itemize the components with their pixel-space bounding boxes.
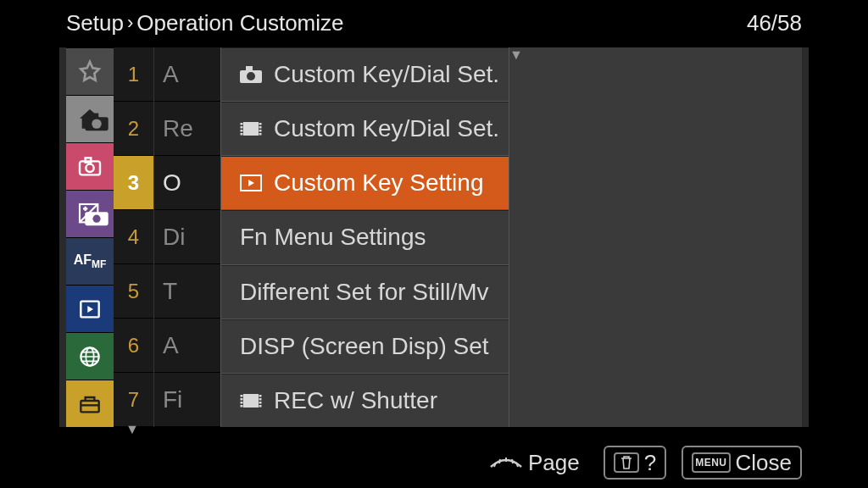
svg-rect-24 [259,126,262,129]
svg-rect-5 [86,158,92,162]
sub-page-index: 1 2 3 4 5 6 7 [114,47,154,427]
nav-more-down-icon: ▼ [125,422,139,437]
sub-index-2[interactable]: 2 [114,102,153,156]
svg-rect-12 [81,401,98,412]
menu-item-label: REC w/ Shutter [274,387,437,414]
header: Setup › Operation Customize 46/58 [66,7,802,39]
menu-item-label: Custom Key/Dial Set. [274,115,499,142]
svg-rect-26 [259,133,262,136]
menu-item-label: Custom Key Setting [274,169,483,197]
svg-rect-1 [91,114,98,119]
camera-badge-icon [83,204,110,234]
svg-point-8 [92,215,100,223]
page-counter: 46/58 [747,10,802,36]
playback-icon [76,296,103,323]
sub-page-labels: A Re O Di T A Fi [154,47,220,427]
svg-rect-32 [241,398,243,401]
wheel-icon [489,450,523,476]
svg-rect-19 [241,123,243,125]
chevron-right-icon: › [127,12,133,34]
sidebar: AFMF [66,47,114,427]
af-mf-icon: AFMF [74,252,107,270]
sub-index-6[interactable]: 6 [114,319,153,373]
svg-rect-36 [259,398,262,401]
menu-key-icon: MENU [692,452,730,473]
svg-rect-31 [241,395,243,397]
svg-point-2 [92,119,101,128]
sidebar-tab-network[interactable] [66,332,114,380]
footer: Page ? MENU Close [66,442,802,483]
movie-icon [236,392,265,409]
sidebar-tab-shooting[interactable] [66,142,114,190]
star-icon [76,58,103,86]
sub-label: O [154,156,220,210]
svg-rect-33 [241,402,243,404]
sub-label: Fi [154,373,220,427]
sub-index-7[interactable]: 7 [114,373,153,427]
sub-index-3[interactable]: 3 [114,156,153,210]
toolbox-icon [76,391,103,418]
sidebar-tab-setup[interactable] [66,380,114,427]
playback-icon [236,174,265,192]
breadcrumb-root: Setup [66,10,124,36]
menu-item-label: Different Set for Still/Mv [240,279,489,306]
page-hint: Page [489,450,580,476]
svg-rect-35 [259,395,262,397]
svg-rect-20 [241,126,243,129]
svg-rect-14 [246,66,253,71]
sub-label: Re [154,102,220,156]
svg-rect-34 [241,405,243,408]
svg-rect-37 [259,402,262,404]
sub-label: T [154,264,220,319]
sidebar-tab-favorite[interactable] [66,47,114,95]
svg-point-15 [247,72,255,80]
sidebar-tab-focus[interactable]: AFMF [66,237,114,285]
svg-rect-38 [259,405,262,408]
sidebar-tab-main[interactable] [66,95,114,142]
svg-point-4 [86,164,93,171]
frame-edge-right [802,47,809,427]
movie-icon [236,120,265,137]
sub-index-4[interactable]: 4 [114,210,153,264]
svg-rect-22 [241,133,243,136]
help-label: ? [644,450,656,476]
sub-label: A [154,47,220,102]
camera-icon [76,153,103,180]
close-label: Close [736,450,792,476]
sub-label: A [154,319,220,373]
globe-icon [76,343,103,370]
nav-more-down-icon: ▼ [509,47,802,427]
page-label: Page [528,450,580,476]
sub-index-5[interactable]: 5 [114,264,153,319]
frame-edge-left [59,47,66,427]
sidebar-tab-exposure[interactable] [66,190,114,237]
menu-item-label: DISP (Screen Disp) Set [240,333,489,360]
camera-badge-icon [83,109,110,139]
svg-rect-21 [241,130,243,132]
svg-rect-23 [259,123,262,125]
sub-index-1[interactable]: 1 [114,47,153,102]
svg-rect-25 [259,130,262,132]
sub-label: Di [154,210,220,264]
menu-item-label: Custom Key/Dial Set. [274,61,499,88]
still-camera-icon [236,65,265,84]
menu-item-label: Fn Menu Settings [240,224,426,251]
breadcrumb: Setup › Operation Customize [66,10,344,36]
breadcrumb-current: Operation Customize [136,10,343,36]
sidebar-tab-playback[interactable] [66,285,114,332]
close-button[interactable]: MENU Close [682,446,802,480]
help-button[interactable]: ? [604,446,666,480]
trash-icon [614,452,639,473]
